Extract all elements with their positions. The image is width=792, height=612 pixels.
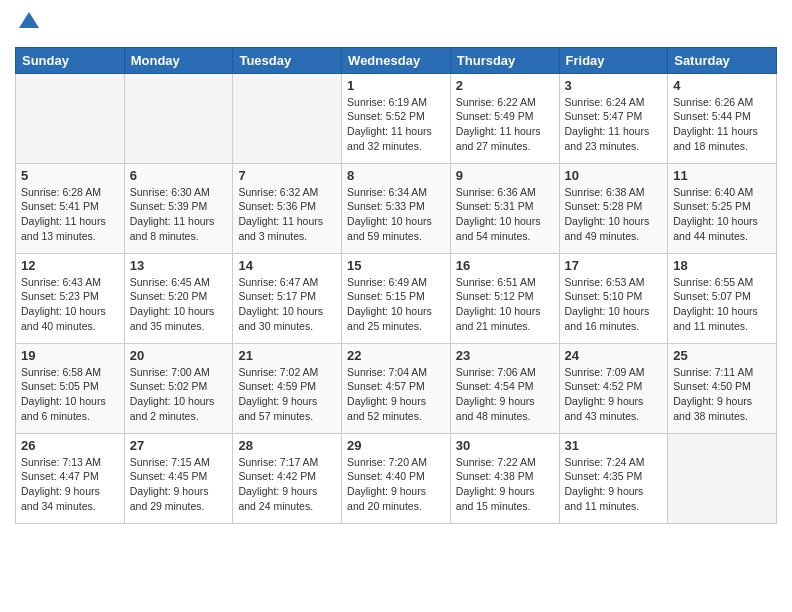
calendar-cell: 9Sunrise: 6:36 AMSunset: 5:31 PMDaylight… xyxy=(450,163,559,253)
calendar-cell: 18Sunrise: 6:55 AMSunset: 5:07 PMDayligh… xyxy=(668,253,777,343)
header xyxy=(15,10,777,39)
day-info: Sunrise: 7:24 AMSunset: 4:35 PMDaylight:… xyxy=(565,455,663,514)
day-info: Sunrise: 7:11 AMSunset: 4:50 PMDaylight:… xyxy=(673,365,771,424)
weekday-header-monday: Monday xyxy=(124,47,233,73)
day-info: Sunrise: 6:58 AMSunset: 5:05 PMDaylight:… xyxy=(21,365,119,424)
day-number: 31 xyxy=(565,438,663,453)
calendar-cell xyxy=(16,73,125,163)
day-number: 18 xyxy=(673,258,771,273)
day-number: 2 xyxy=(456,78,554,93)
calendar-cell: 31Sunrise: 7:24 AMSunset: 4:35 PMDayligh… xyxy=(559,433,668,523)
weekday-header-thursday: Thursday xyxy=(450,47,559,73)
day-info: Sunrise: 7:15 AMSunset: 4:45 PMDaylight:… xyxy=(130,455,228,514)
day-info: Sunrise: 7:02 AMSunset: 4:59 PMDaylight:… xyxy=(238,365,336,424)
day-info: Sunrise: 6:43 AMSunset: 5:23 PMDaylight:… xyxy=(21,275,119,334)
day-info: Sunrise: 6:32 AMSunset: 5:36 PMDaylight:… xyxy=(238,185,336,244)
calendar-cell: 1Sunrise: 6:19 AMSunset: 5:52 PMDaylight… xyxy=(342,73,451,163)
week-row-2: 5Sunrise: 6:28 AMSunset: 5:41 PMDaylight… xyxy=(16,163,777,253)
day-number: 20 xyxy=(130,348,228,363)
calendar-cell: 4Sunrise: 6:26 AMSunset: 5:44 PMDaylight… xyxy=(668,73,777,163)
day-number: 4 xyxy=(673,78,771,93)
calendar-cell: 29Sunrise: 7:20 AMSunset: 4:40 PMDayligh… xyxy=(342,433,451,523)
day-info: Sunrise: 6:28 AMSunset: 5:41 PMDaylight:… xyxy=(21,185,119,244)
day-info: Sunrise: 6:19 AMSunset: 5:52 PMDaylight:… xyxy=(347,95,445,154)
calendar-cell: 7Sunrise: 6:32 AMSunset: 5:36 PMDaylight… xyxy=(233,163,342,253)
day-info: Sunrise: 6:47 AMSunset: 5:17 PMDaylight:… xyxy=(238,275,336,334)
logo-icon xyxy=(17,10,41,34)
day-info: Sunrise: 6:38 AMSunset: 5:28 PMDaylight:… xyxy=(565,185,663,244)
day-number: 16 xyxy=(456,258,554,273)
calendar-cell: 22Sunrise: 7:04 AMSunset: 4:57 PMDayligh… xyxy=(342,343,451,433)
calendar-cell: 5Sunrise: 6:28 AMSunset: 5:41 PMDaylight… xyxy=(16,163,125,253)
calendar-cell: 20Sunrise: 7:00 AMSunset: 5:02 PMDayligh… xyxy=(124,343,233,433)
day-number: 9 xyxy=(456,168,554,183)
svg-marker-0 xyxy=(19,12,39,28)
day-number: 7 xyxy=(238,168,336,183)
day-number: 30 xyxy=(456,438,554,453)
day-info: Sunrise: 6:45 AMSunset: 5:20 PMDaylight:… xyxy=(130,275,228,334)
weekday-header-tuesday: Tuesday xyxy=(233,47,342,73)
calendar-cell: 30Sunrise: 7:22 AMSunset: 4:38 PMDayligh… xyxy=(450,433,559,523)
day-info: Sunrise: 6:26 AMSunset: 5:44 PMDaylight:… xyxy=(673,95,771,154)
day-number: 24 xyxy=(565,348,663,363)
day-number: 15 xyxy=(347,258,445,273)
day-number: 23 xyxy=(456,348,554,363)
calendar-cell: 16Sunrise: 6:51 AMSunset: 5:12 PMDayligh… xyxy=(450,253,559,343)
day-number: 6 xyxy=(130,168,228,183)
day-info: Sunrise: 6:49 AMSunset: 5:15 PMDaylight:… xyxy=(347,275,445,334)
calendar-cell: 25Sunrise: 7:11 AMSunset: 4:50 PMDayligh… xyxy=(668,343,777,433)
calendar-cell: 12Sunrise: 6:43 AMSunset: 5:23 PMDayligh… xyxy=(16,253,125,343)
calendar-cell: 13Sunrise: 6:45 AMSunset: 5:20 PMDayligh… xyxy=(124,253,233,343)
calendar-cell: 19Sunrise: 6:58 AMSunset: 5:05 PMDayligh… xyxy=(16,343,125,433)
weekday-header-sunday: Sunday xyxy=(16,47,125,73)
weekday-header-saturday: Saturday xyxy=(668,47,777,73)
calendar-cell: 11Sunrise: 6:40 AMSunset: 5:25 PMDayligh… xyxy=(668,163,777,253)
day-info: Sunrise: 7:04 AMSunset: 4:57 PMDaylight:… xyxy=(347,365,445,424)
day-number: 27 xyxy=(130,438,228,453)
day-info: Sunrise: 6:53 AMSunset: 5:10 PMDaylight:… xyxy=(565,275,663,334)
calendar-cell: 6Sunrise: 6:30 AMSunset: 5:39 PMDaylight… xyxy=(124,163,233,253)
logo xyxy=(15,10,41,39)
weekday-header-row: SundayMondayTuesdayWednesdayThursdayFrid… xyxy=(16,47,777,73)
day-number: 13 xyxy=(130,258,228,273)
day-info: Sunrise: 7:13 AMSunset: 4:47 PMDaylight:… xyxy=(21,455,119,514)
day-number: 1 xyxy=(347,78,445,93)
calendar-cell xyxy=(668,433,777,523)
day-info: Sunrise: 7:22 AMSunset: 4:38 PMDaylight:… xyxy=(456,455,554,514)
day-number: 28 xyxy=(238,438,336,453)
day-number: 8 xyxy=(347,168,445,183)
calendar-cell: 23Sunrise: 7:06 AMSunset: 4:54 PMDayligh… xyxy=(450,343,559,433)
calendar-cell: 17Sunrise: 6:53 AMSunset: 5:10 PMDayligh… xyxy=(559,253,668,343)
calendar-cell: 10Sunrise: 6:38 AMSunset: 5:28 PMDayligh… xyxy=(559,163,668,253)
calendar-cell: 3Sunrise: 6:24 AMSunset: 5:47 PMDaylight… xyxy=(559,73,668,163)
day-info: Sunrise: 7:06 AMSunset: 4:54 PMDaylight:… xyxy=(456,365,554,424)
day-info: Sunrise: 6:22 AMSunset: 5:49 PMDaylight:… xyxy=(456,95,554,154)
calendar-cell: 27Sunrise: 7:15 AMSunset: 4:45 PMDayligh… xyxy=(124,433,233,523)
calendar-cell: 26Sunrise: 7:13 AMSunset: 4:47 PMDayligh… xyxy=(16,433,125,523)
day-number: 26 xyxy=(21,438,119,453)
calendar-cell: 21Sunrise: 7:02 AMSunset: 4:59 PMDayligh… xyxy=(233,343,342,433)
calendar-cell: 14Sunrise: 6:47 AMSunset: 5:17 PMDayligh… xyxy=(233,253,342,343)
calendar-cell xyxy=(233,73,342,163)
day-info: Sunrise: 7:17 AMSunset: 4:42 PMDaylight:… xyxy=(238,455,336,514)
day-info: Sunrise: 6:24 AMSunset: 5:47 PMDaylight:… xyxy=(565,95,663,154)
day-info: Sunrise: 7:00 AMSunset: 5:02 PMDaylight:… xyxy=(130,365,228,424)
day-info: Sunrise: 6:34 AMSunset: 5:33 PMDaylight:… xyxy=(347,185,445,244)
calendar-table: SundayMondayTuesdayWednesdayThursdayFrid… xyxy=(15,47,777,524)
calendar-cell xyxy=(124,73,233,163)
day-number: 21 xyxy=(238,348,336,363)
page-container: SundayMondayTuesdayWednesdayThursdayFrid… xyxy=(0,0,792,534)
week-row-5: 26Sunrise: 7:13 AMSunset: 4:47 PMDayligh… xyxy=(16,433,777,523)
day-number: 19 xyxy=(21,348,119,363)
week-row-4: 19Sunrise: 6:58 AMSunset: 5:05 PMDayligh… xyxy=(16,343,777,433)
day-info: Sunrise: 6:36 AMSunset: 5:31 PMDaylight:… xyxy=(456,185,554,244)
day-number: 3 xyxy=(565,78,663,93)
day-info: Sunrise: 6:40 AMSunset: 5:25 PMDaylight:… xyxy=(673,185,771,244)
calendar-cell: 24Sunrise: 7:09 AMSunset: 4:52 PMDayligh… xyxy=(559,343,668,433)
day-info: Sunrise: 6:55 AMSunset: 5:07 PMDaylight:… xyxy=(673,275,771,334)
weekday-header-wednesday: Wednesday xyxy=(342,47,451,73)
day-number: 25 xyxy=(673,348,771,363)
day-info: Sunrise: 6:30 AMSunset: 5:39 PMDaylight:… xyxy=(130,185,228,244)
day-number: 17 xyxy=(565,258,663,273)
week-row-1: 1Sunrise: 6:19 AMSunset: 5:52 PMDaylight… xyxy=(16,73,777,163)
